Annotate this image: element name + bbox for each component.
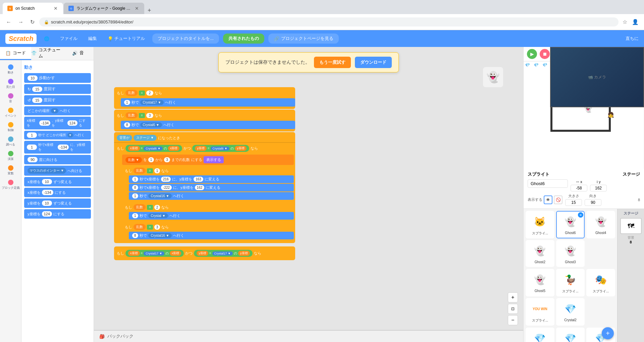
category-control[interactable]: 制御 [6, 121, 15, 134]
turn-left-input[interactable]: 15 [32, 98, 42, 103]
hide-sprite-button[interactable]: 🚫 [554, 195, 562, 204]
turn-right-input[interactable]: 15 [32, 87, 42, 92]
dir-field: 向き [585, 193, 601, 206]
toward-dropdown[interactable]: マウスのポインター ▼ [28, 168, 66, 174]
reload-button[interactable]: ↻ [28, 17, 37, 26]
change-y-input[interactable]: 10 [42, 201, 52, 206]
crystal-dd[interactable]: Crystal ▼ [148, 213, 168, 218]
stop-button[interactable]: ⏹ [540, 49, 550, 59]
coord-condition: もし x座標 = Crystal6 ▼ の x座標 かつ y座標 = Cryst… [114, 143, 295, 154]
share-button[interactable]: 共有されたもの [223, 34, 264, 44]
url-field[interactable]: 🔒 scratch.mit.edu/projects/380578984/edi… [39, 17, 619, 26]
globe-button[interactable]: 🌐 [41, 34, 53, 43]
tab-code[interactable]: 📋 コード [0, 47, 31, 60]
block-set-xy[interactable]: x座標を -134、y座標を 124 にする [24, 117, 91, 129]
zoom-fit-button[interactable]: ⊡ [508, 304, 518, 314]
sprite-item-ghost6[interactable]: ✕ 👻 Ghost6 [556, 211, 585, 238]
point-degrees-input[interactable]: 90 [28, 157, 38, 162]
block-set-x[interactable]: x座標を -134 にする [24, 188, 91, 197]
block-goto-random[interactable]: どこかの場所 ▼ へ行く [24, 106, 91, 115]
profile-button[interactable]: 👤 [631, 17, 640, 26]
sprite-item-ghost5[interactable]: 👻 Ghost5 [526, 269, 554, 296]
play-button[interactable]: ▶ [527, 49, 537, 59]
crystal16-2-dd[interactable]: Crystal16 ▼ [148, 233, 172, 238]
show-sprite-button[interactable]: 👁 [544, 195, 552, 204]
crystal17-dropdown[interactable]: Crystal17 ▼ [140, 100, 164, 105]
category-myblocks[interactable]: ブロック定義 [0, 178, 21, 191]
sprite-name-input[interactable] [528, 179, 568, 188]
forward-button[interactable]: → [16, 18, 25, 26]
tutorial-button[interactable]: 💡 チュートリアル [104, 34, 148, 44]
new-tab-button[interactable]: + [145, 7, 154, 14]
tab-scratch[interactable]: S on Scratch ✕ [3, 3, 63, 14]
tab-costume[interactable]: 👕 コスチューム [31, 47, 62, 60]
download-button[interactable]: ダウンロード [355, 57, 392, 68]
back-button[interactable]: ← [4, 18, 13, 26]
zoom-out-button[interactable]: − [508, 315, 518, 325]
sprite-item-crystal6[interactable]: 💎 Crystal6 [556, 328, 585, 342]
category-motion[interactable]: 動き [6, 63, 15, 76]
file-menu-button[interactable]: ファイル [57, 34, 81, 44]
y-value-input[interactable] [590, 185, 607, 191]
block-set-y[interactable]: y座標を 124 にする [24, 209, 91, 219]
set-y-input[interactable]: 124 [42, 211, 52, 217]
block-change-x[interactable]: x座標を 10 ずつ変える [24, 177, 91, 186]
crystal6-dropdown[interactable]: Crystal6 ▼ [140, 122, 162, 127]
change-x-input[interactable]: 10 [42, 179, 52, 184]
sprite-item-duck[interactable]: 🦆 スプライ... [556, 269, 585, 296]
tab-sound[interactable]: 🔊 音 [62, 47, 94, 60]
category-sensing[interactable]: 調べる [5, 135, 16, 148]
walk-steps-input[interactable]: 10 [28, 75, 38, 81]
crystal6-x-dd[interactable]: Crystal6 ▼ [144, 147, 162, 151]
backpack-bar[interactable]: 🎒 バックパック [94, 330, 523, 342]
delete-ghost6[interactable]: ✕ [578, 212, 583, 218]
stage-mini-thumb[interactable]: 🗺 [620, 218, 642, 234]
add-sprite-button[interactable]: + [602, 327, 614, 339]
dir-value-input[interactable] [585, 199, 601, 206]
block-glide-random[interactable]: 1 秒で どこかの場所 ▼ へ行く [24, 131, 91, 139]
project-title-button[interactable]: プロジェクトのタイトルを... [152, 34, 219, 44]
size-value-input[interactable] [565, 199, 582, 206]
tab-scratch-close[interactable]: ✕ [53, 5, 58, 12]
code-canvas[interactable]: プロジェクトは保存できませんでした。 もう一度試す ダウンロード もし 乱数 =… [94, 47, 523, 342]
sprite-item-ghost3[interactable]: 👻 Ghost3 [556, 240, 585, 267]
category-variable[interactable]: 変数 [6, 164, 15, 177]
sprite-item-crystal[interactable]: 💎 Crystal [526, 328, 554, 342]
glide-dropdown[interactable]: ▼ [67, 133, 73, 137]
category-event[interactable]: イベント [3, 106, 18, 119]
sprite-item-ghost4[interactable]: 👻 Ghost4 [586, 211, 615, 238]
crystal16-dd[interactable]: Crystal16 ▼ [148, 193, 172, 198]
category-operator[interactable]: 演算 [6, 150, 15, 163]
block-change-y[interactable]: y座標を 10 ずつ変える [24, 198, 91, 208]
tab-google-close[interactable]: ✕ [134, 5, 140, 12]
project-page-button[interactable]: 🔗 プロジェクトページを見る [268, 34, 339, 44]
sprite-item-crystal2[interactable]: 💎 Crystal2 [556, 298, 585, 326]
x-value-input[interactable] [571, 185, 587, 191]
edit-menu-button[interactable]: 編集 [85, 34, 100, 44]
block-glide-xy[interactable]: 1 秒でx座標を -134 に、y座標を [24, 141, 91, 154]
sprite-item-cat[interactable]: 🐱 スプライ... [526, 211, 554, 238]
block-walk[interactable]: 10 歩動かす [24, 73, 91, 83]
block-point-toward[interactable]: マウスのポインター ▼ へ向ける [24, 166, 91, 176]
x-coord-var: x座標 [128, 146, 140, 151]
block-turn-left[interactable]: ↺ 15 度回す [24, 95, 91, 105]
goto-dropdown[interactable]: ▼ [51, 108, 58, 113]
crystal17-x-dd[interactable]: Crystal17 ▼ [144, 251, 164, 255]
category-looks[interactable]: 見た目 [5, 77, 16, 91]
sprite-item-3[interactable]: 🎭 スプライ... [586, 269, 615, 296]
sprite-item-youwin[interactable]: YOU WIN スプライ... [526, 298, 554, 326]
zoom-in-button[interactable]: + [508, 292, 518, 302]
block-point-degrees[interactable]: 90 度に向ける [24, 155, 91, 164]
retry-button[interactable]: もう一度試す [314, 57, 351, 68]
bookmark-button[interactable]: ☆ [621, 17, 629, 26]
sprite-item-ghost2[interactable]: 👻 Ghost2 [526, 240, 554, 267]
tab-google[interactable]: G ランダムウォーク - Google 検索 ✕ [64, 3, 144, 14]
block-turn-right[interactable]: ↻ 15 度回す [24, 84, 91, 94]
crystal17-y-dd[interactable]: Crystal17 ▼ [212, 251, 233, 255]
crystal6-y-dd[interactable]: Crystal6 ▼ [211, 147, 229, 151]
set-x-input[interactable]: -134 [42, 190, 53, 195]
category-sound[interactable]: 音 [7, 92, 15, 105]
show-btn[interactable]: 表示する [204, 156, 224, 163]
stage-dropdown[interactable]: ステージ ▼ [133, 135, 157, 141]
browser-actions: ☆ 👤 [621, 17, 640, 26]
